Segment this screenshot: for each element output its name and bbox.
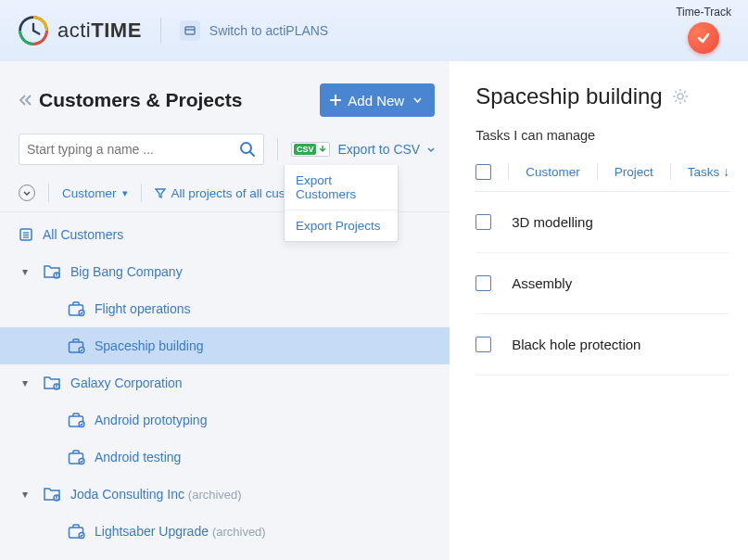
filter-icon (155, 187, 166, 198)
svg-point-22 (56, 496, 57, 498)
plus-icon (329, 94, 342, 107)
svg-line-31 (684, 100, 686, 102)
svg-point-25 (678, 94, 683, 99)
svg-line-32 (675, 100, 677, 102)
export-customers-item[interactable]: Export Customers (285, 165, 398, 210)
sort-arrow-down-icon: ↓ (723, 165, 729, 179)
task-table-header: Customer Project Tasks ↓ (475, 163, 729, 192)
task-name: 3D modelling (512, 214, 593, 230)
svg-point-16 (56, 385, 57, 387)
col-tasks[interactable]: Tasks ↓ (688, 165, 729, 179)
svg-point-10 (56, 274, 57, 275)
svg-line-30 (675, 91, 677, 93)
expand-all-toggle[interactable] (19, 185, 35, 201)
task-row[interactable]: Assembly (475, 253, 729, 314)
search-input[interactable] (27, 142, 239, 157)
search-input-wrapper[interactable] (19, 134, 264, 165)
switch-link-label: Switch to actiPLANS (209, 23, 328, 38)
customer-row[interactable]: ▾Galaxy Corporation (0, 364, 450, 401)
csv-icon: CSV (291, 142, 331, 157)
left-panel: Customers & Projects Add New CSV Export … (0, 61, 450, 560)
chevron-down-icon: ▾ (22, 488, 33, 501)
svg-line-33 (684, 91, 686, 93)
customer-row[interactable]: ▾Joda Consulting Inc (archived) (0, 476, 450, 513)
chevron-down-icon (413, 97, 422, 103)
task-checkbox[interactable] (475, 214, 491, 230)
tasks-subtitle: Tasks I can manage (475, 128, 729, 143)
chevron-down-icon (427, 147, 435, 152)
logo-clock-icon (17, 14, 50, 47)
right-panel: Spaceship building Tasks I can manage Cu… (450, 61, 748, 560)
project-title: Spaceship building (475, 83, 729, 109)
task-row[interactable]: Black hole protection (475, 314, 729, 375)
task-checkbox[interactable] (475, 275, 491, 291)
col-project[interactable]: Project (615, 165, 653, 179)
customer-row[interactable]: ▾Big Bang Company (0, 253, 450, 290)
project-row[interactable]: Android prototyping (0, 401, 450, 439)
filter-customer-sort[interactable]: Customer ▾ (62, 186, 128, 200)
project-tree: All Customers ▾Big Bang CompanyFlight op… (0, 212, 450, 550)
task-list: 3D modellingAssemblyBlack hole protectio… (475, 192, 729, 375)
divider (277, 138, 278, 160)
search-icon[interactable] (239, 141, 256, 158)
project-row[interactable]: Lightsaber Upgrade (archived) (0, 513, 450, 550)
export-menu: Export Customers Export Projects (284, 165, 399, 242)
svg-rect-1 (185, 27, 195, 34)
project-row[interactable]: Android testing (0, 439, 450, 476)
project-row[interactable]: Spaceship building (0, 327, 450, 364)
logo-text: actiTIME (57, 19, 142, 43)
select-all-checkbox[interactable] (475, 164, 491, 180)
gear-icon[interactable] (672, 88, 689, 105)
add-new-button[interactable]: Add New (320, 83, 435, 117)
switch-to-actiplans-link[interactable]: Switch to actiPLANS (180, 20, 328, 41)
actiplans-icon (180, 20, 200, 41)
chevron-down-icon: ▾ (122, 187, 128, 199)
divider (160, 18, 161, 44)
svg-line-4 (250, 152, 254, 156)
task-row[interactable]: 3D modelling (475, 192, 729, 253)
time-track-badge-icon (688, 22, 719, 54)
time-track-label: Time-Track (676, 6, 731, 19)
app-logo[interactable]: actiTIME (17, 14, 142, 47)
task-checkbox[interactable] (475, 337, 491, 352)
chevron-down-icon: ▾ (22, 376, 33, 389)
top-bar: actiTIME Switch to actiPLANS Time-Track (0, 0, 748, 61)
main-area: Customers & Projects Add New CSV Export … (0, 61, 748, 560)
export-csv-dropdown[interactable]: CSV Export to CSV Export Customers Expor… (291, 142, 435, 157)
page-title: Customers & Projects (19, 89, 242, 111)
time-track-widget[interactable]: Time-Track (676, 6, 731, 54)
list-icon (19, 227, 33, 242)
task-name: Assembly (512, 275, 572, 291)
collapse-icon[interactable] (19, 94, 33, 107)
project-row[interactable]: Flight operations (0, 290, 450, 327)
chevron-down-icon: ▾ (22, 265, 33, 278)
task-name: Black hole protection (512, 337, 640, 352)
col-customer[interactable]: Customer (526, 165, 580, 179)
export-projects-item[interactable]: Export Projects (285, 210, 398, 241)
